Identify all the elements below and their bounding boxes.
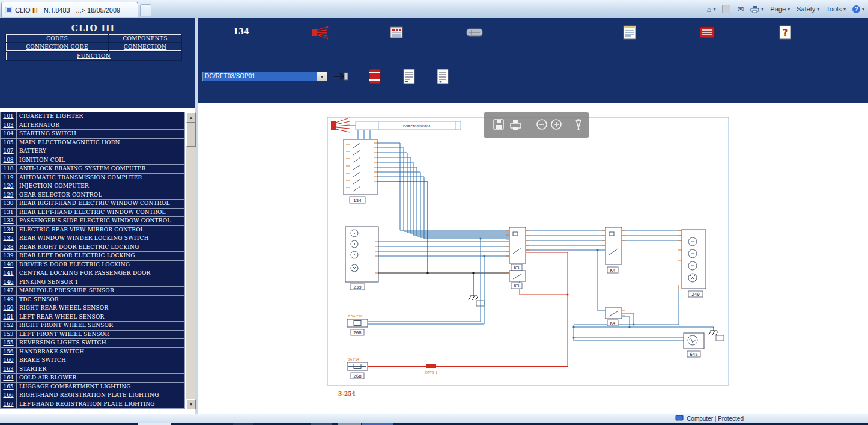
component-code-link[interactable]: 129 bbox=[1, 191, 17, 200]
component-list-item[interactable]: 135 REAR WINDOW WINDER LOCKING SWITCH bbox=[1, 234, 184, 243]
component-list-item[interactable]: 141 CENTRAL LOCKING FOR PASSENGER DOOR bbox=[1, 269, 184, 278]
diagram-fuse-268b[interactable]: 5A F14 268 bbox=[347, 358, 368, 379]
component-list-item[interactable]: 118 ANTI-LOCK BRAKING SYSTEM COMPUTER bbox=[1, 165, 184, 174]
component-list-item[interactable]: 101 CIGARETTE LIGHTER bbox=[1, 112, 184, 121]
component-code-link[interactable]: 104 bbox=[1, 130, 17, 138]
zoom-out-icon[interactable] bbox=[535, 118, 550, 132]
component-list-item[interactable]: 152 RIGHT FRONT WHEEL SENSOR bbox=[1, 322, 184, 331]
component-code-link[interactable]: 166 bbox=[1, 391, 17, 400]
component-code-link[interactable]: 130 bbox=[1, 200, 17, 208]
component-code-link[interactable]: 139 bbox=[1, 252, 17, 260]
component-code-link[interactable]: 150 bbox=[1, 304, 17, 313]
component-list-item[interactable]: 131 REAR LEFT-HAND ELECTRIC WINDOW CONTR… bbox=[1, 209, 184, 218]
component-list-item[interactable]: 167 LEFT-HAND REGISTRATION PLATE LIGHTIN… bbox=[1, 400, 184, 409]
component-code-link[interactable]: 131 bbox=[1, 209, 17, 217]
component-code-link[interactable]: 160 bbox=[1, 356, 17, 365]
component-code-link[interactable]: 141 bbox=[1, 269, 17, 278]
taskbar-button[interactable] bbox=[138, 423, 171, 425]
component-code-link[interactable]: 146 bbox=[1, 278, 17, 287]
function-button[interactable]: FUNCTION bbox=[6, 52, 181, 60]
component-list-item[interactable]: 166 RIGHT-HAND REGISTRATION PLATE LIGHTI… bbox=[1, 391, 184, 400]
document-index-icon[interactable] bbox=[436, 68, 449, 85]
component-code-link[interactable]: 163 bbox=[1, 365, 17, 374]
component-code-link[interactable]: 167 bbox=[1, 400, 17, 409]
diagram-component-249[interactable]: 249 bbox=[678, 230, 706, 297]
component-code-link[interactable]: 138 bbox=[1, 243, 17, 252]
component-code-link[interactable]: 155 bbox=[1, 339, 17, 347]
scrollbar-thumb[interactable] bbox=[186, 123, 196, 147]
manual-icon[interactable] bbox=[699, 26, 715, 38]
connector-icon[interactable] bbox=[311, 25, 329, 40]
connection-button[interactable]: CONNECTION bbox=[109, 43, 181, 51]
scroll-down-button[interactable]: ▼ bbox=[186, 399, 196, 409]
component-list-item[interactable]: 146 PINKING SENSOR 1 bbox=[1, 278, 184, 287]
safety-menu[interactable]: Safety ▾ bbox=[797, 5, 819, 13]
component-code-link[interactable]: 120 bbox=[1, 182, 17, 191]
diagram-component-645[interactable]: 645 bbox=[684, 333, 704, 357]
red-book-icon[interactable] bbox=[368, 68, 381, 85]
component-list-item[interactable]: 104 STARTING SWITCH bbox=[1, 130, 184, 139]
component-code-link[interactable]: 152 bbox=[1, 322, 17, 330]
diagram-fuse-268a[interactable]: 7.5A F28 268 bbox=[347, 314, 368, 335]
component-list-item[interactable]: 165 LUGGAGE COMPARTMENT LIGHTING bbox=[1, 383, 184, 392]
component-list-item[interactable]: 150 RIGHT REAR WHEEL SENSOR bbox=[1, 304, 184, 313]
component-code-link[interactable]: 133 bbox=[1, 217, 17, 225]
component-list-item[interactable]: 103 ALTERNATOR bbox=[1, 121, 184, 130]
component-list-item[interactable]: 155 REVERSING LIGHTS SWITCH bbox=[1, 339, 184, 348]
component-code-link[interactable]: 103 bbox=[1, 121, 17, 130]
list-scrollbar[interactable]: ▲ ▼ bbox=[186, 112, 195, 409]
components-button[interactable]: COMPONENTS bbox=[109, 34, 181, 43]
component-code-link[interactable]: 140 bbox=[1, 261, 17, 269]
component-list-item[interactable]: 153 LEFT FRONT WHEEL SENSOR bbox=[1, 331, 184, 340]
component-list-item[interactable]: 164 COLD AIR BLOWER bbox=[1, 374, 184, 383]
component-list-item[interactable]: 160 BRAKE SWITCH bbox=[1, 356, 184, 365]
component-list-item[interactable]: 139 REAR LEFT DOOR ELECTRIC LOCKING bbox=[1, 252, 184, 261]
taskbar-button[interactable] bbox=[338, 423, 361, 425]
component-code-link[interactable]: 153 bbox=[1, 331, 17, 339]
connection-grid-icon[interactable] bbox=[389, 25, 404, 40]
component-code-link[interactable]: 156 bbox=[1, 348, 17, 356]
taskbar-button[interactable] bbox=[233, 423, 253, 425]
new-tab-button[interactable] bbox=[140, 4, 151, 16]
component-list-item[interactable]: 134 ELECTRIC REAR-VIEW MIRROR CONTROL bbox=[1, 226, 184, 235]
component-code-link[interactable]: 165 bbox=[1, 383, 17, 391]
scroll-up-button[interactable]: ▲ bbox=[186, 112, 196, 123]
component-list-item[interactable]: 129 GEAR SELECTOR CONTROL bbox=[1, 191, 184, 200]
component-code-link[interactable]: 108 bbox=[1, 156, 17, 165]
component-list-item[interactable]: 105 MAIN ELECTROMAGNETIC HORN bbox=[1, 139, 184, 148]
component-code-link[interactable]: 101 bbox=[1, 112, 17, 121]
component-code-link[interactable]: 164 bbox=[1, 374, 17, 382]
component-part-icon[interactable] bbox=[466, 27, 483, 38]
read-mail-button[interactable]: ✉ bbox=[737, 5, 744, 13]
component-code-link[interactable]: 105 bbox=[1, 139, 17, 147]
diagram-relay-k3[interactable]: K3 K3 bbox=[506, 227, 529, 289]
diagram-relay-k4[interactable]: K4 K4 bbox=[602, 227, 625, 326]
parts-list-icon[interactable] bbox=[622, 25, 637, 40]
save-icon[interactable] bbox=[492, 118, 506, 132]
component-list-item[interactable]: 120 INJECTION COMPUTER bbox=[1, 182, 184, 191]
dropdown-arrow-icon[interactable]: ▼ bbox=[317, 72, 327, 81]
document-list-icon[interactable] bbox=[402, 68, 416, 85]
component-list-item[interactable]: 163 STARTER bbox=[1, 365, 184, 375]
component-code-link[interactable]: 134 bbox=[1, 226, 17, 234]
home-button[interactable]: ⌂ ▾ bbox=[707, 5, 716, 13]
component-list-item[interactable]: 133 PASSENGER'S SIDE ELECTRIC WINDOW CON… bbox=[1, 217, 184, 226]
codes-button[interactable]: CODES bbox=[6, 34, 108, 43]
measure-tool-icon[interactable] bbox=[571, 118, 586, 132]
taskbar-button[interactable] bbox=[311, 423, 332, 425]
component-code-link[interactable]: 147 bbox=[1, 287, 17, 295]
browser-tab[interactable]: CLIO III - N.T.8483 - ...> 18/05/2009 bbox=[1, 2, 138, 17]
help-book-icon[interactable]: ? bbox=[778, 25, 792, 40]
component-list-item[interactable]: 119 AUTOMATIC TRANSMISSION COMPUTER bbox=[1, 174, 184, 183]
component-code-link[interactable]: 119 bbox=[1, 174, 17, 182]
print-button[interactable]: ▾ bbox=[750, 5, 763, 13]
component-list-item[interactable]: 156 HANDBRAKE SWITCH bbox=[1, 348, 184, 357]
component-list-item[interactable]: 151 LEFT REAR WHEEL SENSOR bbox=[1, 313, 184, 322]
component-list-item[interactable]: 138 REAR RIGHT DOOR ELECTRIC LOCKING bbox=[1, 243, 184, 252]
go-to-sheet-icon[interactable] bbox=[333, 70, 348, 82]
diagram-component-239[interactable]: 239 bbox=[345, 227, 378, 290]
component-list-item[interactable]: 147 MANIFOLD PRESSURE SENSOR bbox=[1, 287, 184, 296]
taskbar-button[interactable] bbox=[362, 423, 393, 425]
component-list-item[interactable]: 140 DRIVER'S DOOR ELECTRIC LOCKING bbox=[1, 261, 184, 270]
component-list-item[interactable]: 149 TDC SENSOR bbox=[1, 296, 184, 305]
